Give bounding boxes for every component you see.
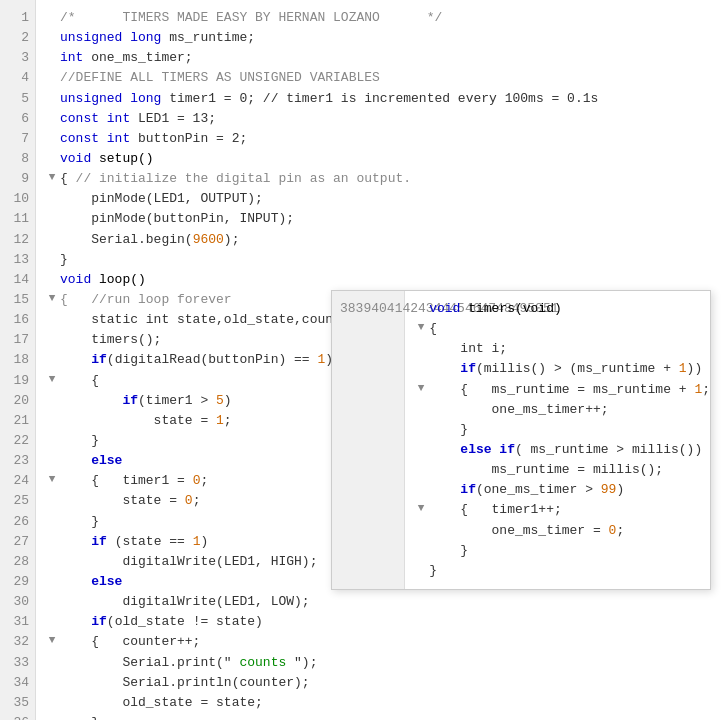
line-number: 34 <box>8 673 29 693</box>
code-line: const int buttonPin = 2; <box>44 129 721 149</box>
code-line: } <box>413 541 710 561</box>
code-content: } <box>60 250 721 270</box>
code-content: old_state = state; <box>60 693 721 713</box>
code-line: void loop() <box>44 270 721 290</box>
code-content: { timer1++; <box>429 500 710 520</box>
code-content: pinMode(buttonPin, INPUT); <box>60 209 721 229</box>
code-line: old_state = state; <box>44 693 721 713</box>
code-line: } <box>44 713 721 720</box>
code-content: void setup() <box>60 149 721 169</box>
code-line: ▼{ <box>413 319 710 339</box>
code-line: } <box>44 250 721 270</box>
fold-gutter[interactable]: ▼ <box>44 471 60 488</box>
line-number: 4 <box>8 68 29 88</box>
code-content: pinMode(LED1, OUTPUT); <box>60 189 721 209</box>
fold-gutter[interactable]: ▼ <box>413 380 429 397</box>
code-line: } <box>413 561 710 581</box>
code-content: } <box>60 713 721 720</box>
line-number: 18 <box>8 350 29 370</box>
code-line: one_ms_timer++; <box>413 400 710 420</box>
line-number: 2 <box>8 28 29 48</box>
code-area[interactable]: /* TIMERS MADE EASY BY HERNAN LOZANO */u… <box>36 0 721 720</box>
code-line: int i; <box>413 339 710 359</box>
code-content: } <box>429 420 710 440</box>
popup-line-number: 40 <box>371 301 387 316</box>
fold-gutter[interactable]: ▼ <box>44 371 60 388</box>
fold-gutter[interactable]: ▼ <box>44 169 60 186</box>
line-number: 29 <box>8 572 29 592</box>
code-line: void timers(void) <box>413 299 710 319</box>
code-content: else if( ms_runtime > millis()) <box>429 440 710 460</box>
code-line: ▼ { timer1++; <box>413 500 710 520</box>
line-number: 3 <box>8 48 29 68</box>
code-content: ms_runtime = millis(); <box>429 460 710 480</box>
code-content: const int buttonPin = 2; <box>60 129 721 149</box>
code-content: /* TIMERS MADE EASY BY HERNAN LOZANO */ <box>60 8 721 28</box>
fold-gutter[interactable]: ▼ <box>413 319 429 336</box>
code-line: Serial.begin(9600); <box>44 230 721 250</box>
line-number: 21 <box>8 411 29 431</box>
line-number: 35 <box>8 693 29 713</box>
editor-container: 1234567891011121314151617181920212223242… <box>0 0 721 720</box>
fold-gutter[interactable]: ▼ <box>44 632 60 649</box>
line-number: 13 <box>8 250 29 270</box>
line-number: 36 <box>8 713 29 720</box>
line-number: 14 <box>8 270 29 290</box>
code-line: /* TIMERS MADE EASY BY HERNAN LOZANO */ <box>44 8 721 28</box>
line-number: 31 <box>8 612 29 632</box>
line-number: 8 <box>8 149 29 169</box>
line-number: 24 <box>8 471 29 491</box>
line-number: 12 <box>8 230 29 250</box>
popup-code: void timers(void)▼{ int i; if(millis() >… <box>405 291 710 589</box>
code-content: if(millis() > (ms_runtime + 1)) <box>429 359 710 379</box>
code-content: } <box>429 541 710 561</box>
code-content: //DEFINE ALL TIMERS AS UNSIGNED VARIABLE… <box>60 68 721 88</box>
line-number: 33 <box>8 653 29 673</box>
code-content: Serial.println(counter); <box>60 673 721 693</box>
line-number: 10 <box>8 189 29 209</box>
code-line: if(one_ms_timer > 99) <box>413 480 710 500</box>
code-content: { // initialize the digital pin as an ou… <box>60 169 721 189</box>
line-number: 23 <box>8 451 29 471</box>
code-content: { <box>429 319 710 339</box>
code-line: pinMode(buttonPin, INPUT); <box>44 209 721 229</box>
code-line: //DEFINE ALL TIMERS AS UNSIGNED VARIABLE… <box>44 68 721 88</box>
line-number: 27 <box>8 532 29 552</box>
fold-gutter[interactable]: ▼ <box>413 500 429 517</box>
code-content: void timers(void) <box>429 299 710 319</box>
code-line: Serial.println(counter); <box>44 673 721 693</box>
fold-gutter[interactable]: ▼ <box>44 290 60 307</box>
code-content: unsigned long timer1 = 0; // timer1 is i… <box>60 89 721 109</box>
line-number: 7 <box>8 129 29 149</box>
code-line: if(old_state != state) <box>44 612 721 632</box>
code-line: pinMode(LED1, OUTPUT); <box>44 189 721 209</box>
line-number: 9 <box>8 169 29 189</box>
code-line: ms_runtime = millis(); <box>413 460 710 480</box>
popup-line-number: 39 <box>356 301 372 316</box>
code-line: int one_ms_timer; <box>44 48 721 68</box>
code-line: const int LED1 = 13; <box>44 109 721 129</box>
code-line: ▼ { counter++; <box>44 632 721 652</box>
line-number: 19 <box>8 371 29 391</box>
line-number: 25 <box>8 491 29 511</box>
code-line: } <box>413 420 710 440</box>
code-line: if(millis() > (ms_runtime + 1)) <box>413 359 710 379</box>
code-content: int i; <box>429 339 710 359</box>
code-line: unsigned long ms_runtime; <box>44 28 721 48</box>
popup-line-number: 38 <box>340 301 356 316</box>
code-line: else if( ms_runtime > millis()) <box>413 440 710 460</box>
code-content: one_ms_timer = 0; <box>429 521 710 541</box>
code-content: int one_ms_timer; <box>60 48 721 68</box>
popup-overlay: 3839404142434445464748495051 void timers… <box>331 290 711 590</box>
line-number: 28 <box>8 552 29 572</box>
code-line: void setup() <box>44 149 721 169</box>
line-number: 30 <box>8 592 29 612</box>
code-line: ▼ { ms_runtime = ms_runtime + 1; <box>413 380 710 400</box>
code-line: digitalWrite(LED1, LOW); <box>44 592 721 612</box>
code-content: { ms_runtime = ms_runtime + 1; <box>429 380 710 400</box>
line-number: 6 <box>8 109 29 129</box>
line-number: 15 <box>8 290 29 310</box>
code-content: Serial.begin(9600); <box>60 230 721 250</box>
popup-line-numbers: 3839404142434445464748495051 <box>332 291 405 589</box>
popup-line-number: 41 <box>387 301 403 316</box>
